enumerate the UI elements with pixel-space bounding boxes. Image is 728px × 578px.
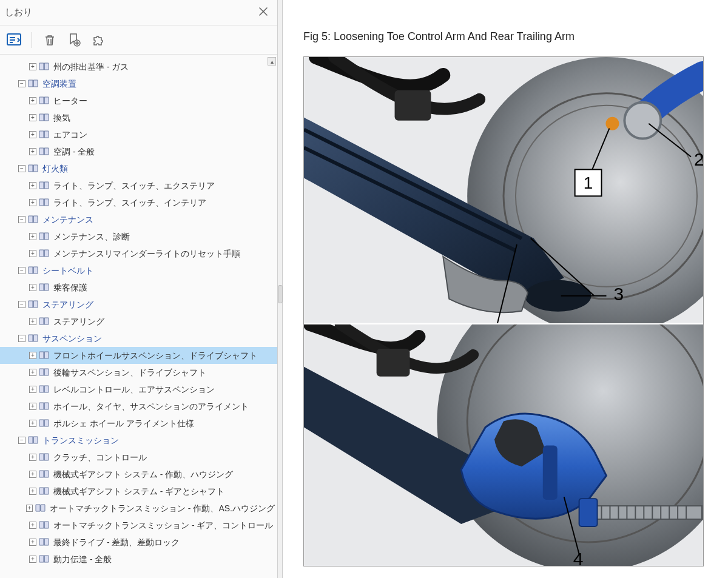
- tree-item[interactable]: +乗客保護: [0, 279, 277, 296]
- tree-category[interactable]: −メンテナンス: [0, 211, 277, 228]
- expand-icon[interactable]: +: [29, 148, 36, 155]
- expand-icon[interactable]: +: [29, 403, 36, 410]
- tree-item[interactable]: +ヒーター: [0, 92, 277, 109]
- expand-icon[interactable]: +: [29, 97, 36, 104]
- sidebar-toolbar: [0, 25, 277, 55]
- expand-icon[interactable]: +: [29, 522, 36, 529]
- expand-icon[interactable]: +: [29, 369, 36, 376]
- book-icon: [28, 436, 39, 445]
- tree-item-label: クラッチ、コントロール: [53, 450, 147, 465]
- tree-item[interactable]: +ライト、ランプ、スイッチ、エクステリア: [0, 177, 277, 194]
- expand-icon[interactable]: +: [29, 284, 36, 291]
- tree-item[interactable]: +ステアリング: [0, 313, 277, 330]
- collapse-icon[interactable]: −: [18, 80, 25, 87]
- splitter-grip-icon[interactable]: [278, 285, 283, 303]
- book-icon: [28, 334, 39, 343]
- tree-item[interactable]: +機械式ギアシフト システム - 作動、ハウジング: [0, 466, 277, 483]
- tree-item[interactable]: +州の排出基準 - ガス: [0, 58, 277, 75]
- collapse-icon[interactable]: −: [18, 335, 25, 342]
- book-icon: [39, 232, 50, 241]
- book-icon: [39, 385, 50, 394]
- expand-icon[interactable]: +: [29, 454, 36, 461]
- svg-point-45: [605, 117, 619, 130]
- tree-item-label: ライト、ランプ、スイッチ、エクステリア: [53, 178, 215, 193]
- tree-item[interactable]: +オートマチックトランスミッション - ギア、コントロール: [0, 517, 277, 534]
- tree-item-label: 州の排出基準 - ガス: [53, 59, 129, 74]
- tree-category[interactable]: −サスペンション: [0, 330, 277, 347]
- bookmark-tree[interactable]: ▴ +州の排出基準 - ガス−空調装置+ヒーター+換気+エアコン+空調 - 全般…: [0, 55, 277, 578]
- figure-frame: 1 2 3: [303, 56, 704, 566]
- tree-item[interactable]: +ライト、ランプ、スイッチ、インテリア: [0, 194, 277, 211]
- expand-icon[interactable]: +: [29, 233, 36, 240]
- tree-category[interactable]: −トランスミッション: [0, 432, 277, 449]
- collapse-icon[interactable]: −: [18, 301, 25, 308]
- tree-item[interactable]: +メンテナンスリマインダーライトのリセット手順: [0, 245, 277, 262]
- tree-item[interactable]: +メンテナンス、診断: [0, 228, 277, 245]
- collapse-icon[interactable]: −: [18, 216, 25, 223]
- tree-item[interactable]: +後輪サスペンション、ドライブシャフト: [0, 364, 277, 381]
- book-icon: [28, 79, 39, 88]
- tree-item-label: ライト、ランプ、スイッチ、インテリア: [53, 195, 206, 210]
- tree-item[interactable]: +換気: [0, 109, 277, 126]
- book-icon: [28, 215, 39, 224]
- book-icon: [39, 62, 50, 71]
- expand-icon[interactable]: +: [29, 114, 36, 121]
- book-icon: [39, 113, 50, 122]
- tree-category[interactable]: −灯火類: [0, 160, 277, 177]
- tree-item[interactable]: +フロントホイールサスペンション、ドライブシャフト: [0, 347, 277, 364]
- tree-item[interactable]: +レベルコントロール、エアサスペンション: [0, 381, 277, 398]
- tree-item-label: ポルシェ ホイール アライメント仕様: [53, 416, 194, 431]
- expand-icon[interactable]: +: [29, 131, 36, 138]
- tree-item[interactable]: +クラッチ、コントロール: [0, 449, 277, 466]
- tree-item[interactable]: +ポルシェ ホイール アライメント仕様: [0, 415, 277, 432]
- tree-item-label: 機械式ギアシフト システム - 作動、ハウジング: [53, 467, 233, 482]
- outline-view-icon[interactable]: [6, 32, 22, 48]
- expand-icon[interactable]: +: [26, 505, 33, 512]
- tree-item-label: 空調 - 全般: [53, 144, 95, 159]
- expand-icon[interactable]: +: [29, 250, 36, 257]
- close-icon[interactable]: [257, 5, 270, 21]
- expand-icon[interactable]: +: [29, 471, 36, 478]
- expand-icon[interactable]: +: [29, 199, 36, 206]
- trash-icon[interactable]: [42, 32, 58, 48]
- sidebar-header: しおり: [0, 0, 277, 25]
- svg-rect-43: [395, 90, 431, 121]
- splitter[interactable]: [278, 0, 283, 578]
- expand-icon[interactable]: +: [29, 318, 36, 325]
- svg-text:2: 2: [694, 149, 703, 169]
- tree-category[interactable]: −シートベルト: [0, 262, 277, 279]
- expand-icon[interactable]: +: [29, 386, 36, 393]
- expand-icon[interactable]: +: [29, 488, 36, 495]
- bookmark-add-icon[interactable]: [66, 32, 82, 48]
- tree-item[interactable]: +オートマチックトランスミッション - 作動、AS.ハウジング: [0, 500, 277, 517]
- expand-icon[interactable]: +: [29, 182, 36, 189]
- sidebar-title: しおり: [5, 7, 32, 18]
- book-icon: [39, 181, 50, 190]
- tree-item[interactable]: +エアコン: [0, 126, 277, 143]
- book-icon: [39, 96, 50, 105]
- tree-item-label: メンテナンスリマインダーライトのリセット手順: [53, 246, 240, 261]
- scroll-up-icon[interactable]: ▴: [268, 57, 276, 66]
- tree-item-label: 空調装置: [42, 76, 76, 91]
- tree-item[interactable]: +ホイール、タイヤ、サスペンションのアライメント: [0, 398, 277, 415]
- expand-icon[interactable]: +: [29, 420, 36, 427]
- tree-category[interactable]: −ステアリング: [0, 296, 277, 313]
- expand-icon[interactable]: +: [29, 556, 36, 563]
- tree-category[interactable]: −空調装置: [0, 75, 277, 92]
- book-icon: [39, 249, 50, 258]
- tree-item-label: 動力伝達 - 全般: [53, 552, 112, 566]
- tree-item[interactable]: +機械式ギアシフト システム - ギアとシャフト: [0, 483, 277, 500]
- tree-item[interactable]: +動力伝達 - 全般: [0, 551, 277, 568]
- expand-icon[interactable]: +: [29, 352, 36, 359]
- collapse-icon[interactable]: −: [18, 165, 25, 172]
- collapse-icon[interactable]: −: [18, 267, 25, 274]
- tree-item-label: オートマチックトランスミッション - 作動、AS.ハウジング: [50, 501, 275, 516]
- svg-rect-75: [579, 499, 598, 526]
- tree-item-label: トランスミッション: [42, 433, 119, 448]
- puzzle-icon[interactable]: [90, 32, 106, 48]
- collapse-icon[interactable]: −: [18, 437, 25, 444]
- expand-icon[interactable]: +: [29, 63, 36, 70]
- expand-icon[interactable]: +: [29, 539, 36, 546]
- tree-item[interactable]: +最終ドライブ - 差動、差動ロック: [0, 534, 277, 551]
- tree-item[interactable]: +空調 - 全般: [0, 143, 277, 160]
